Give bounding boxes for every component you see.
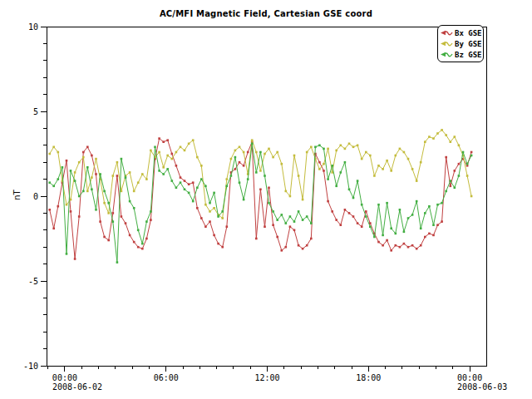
data-point xyxy=(403,151,406,154)
data-point xyxy=(52,146,55,149)
data-point xyxy=(200,217,203,219)
data-point xyxy=(200,165,203,167)
data-point xyxy=(403,231,406,234)
data-point xyxy=(52,185,55,188)
data-point xyxy=(107,212,110,214)
data-point xyxy=(74,180,76,182)
data-point xyxy=(335,185,337,188)
legend-box: Bx GSE By GSE Bz GSE xyxy=(437,25,484,62)
data-point xyxy=(306,244,308,247)
bx-line-sample-icon xyxy=(441,29,453,37)
data-point xyxy=(141,248,144,250)
data-point xyxy=(70,210,72,213)
data-point xyxy=(251,143,254,145)
data-point xyxy=(103,190,106,193)
data-point xyxy=(166,139,169,141)
data-point xyxy=(70,199,72,201)
data-point xyxy=(470,155,473,157)
data-point xyxy=(91,189,93,191)
plot-frame xyxy=(47,27,486,366)
legend-label-by: By GSE xyxy=(455,40,482,48)
data-point xyxy=(230,175,233,177)
series-line xyxy=(50,139,471,259)
data-point xyxy=(192,139,195,141)
data-point xyxy=(82,156,85,159)
data-point xyxy=(204,225,207,228)
data-point xyxy=(331,165,333,167)
data-point xyxy=(327,200,329,203)
data-point xyxy=(230,158,233,160)
data-point xyxy=(399,209,401,211)
data-point xyxy=(171,153,174,155)
data-point xyxy=(133,207,135,209)
data-point xyxy=(239,161,241,164)
data-point xyxy=(318,168,321,170)
data-point xyxy=(116,175,119,177)
data-point xyxy=(357,145,359,147)
legend-label-bx: Bx GSE xyxy=(455,29,482,37)
data-point xyxy=(382,244,384,247)
data-point xyxy=(454,187,456,190)
data-point xyxy=(445,156,447,159)
series-by xyxy=(48,129,472,219)
data-point xyxy=(184,180,186,182)
data-point xyxy=(458,163,461,165)
data-point xyxy=(200,178,203,180)
data-point xyxy=(188,183,190,185)
data-point xyxy=(255,238,258,240)
data-point xyxy=(365,215,367,218)
data-point xyxy=(116,161,119,164)
data-point xyxy=(432,137,435,140)
data-point xyxy=(407,246,410,249)
data-point xyxy=(184,189,186,191)
data-point xyxy=(293,155,296,157)
x-tick-label: 00:00 xyxy=(457,373,482,382)
bz-line-sample-icon xyxy=(441,51,453,58)
data-point xyxy=(180,181,182,184)
data-point xyxy=(137,181,140,184)
data-point xyxy=(298,175,300,177)
data-point xyxy=(382,234,384,237)
data-point xyxy=(445,134,447,136)
data-point xyxy=(175,151,178,154)
data-point xyxy=(369,155,372,157)
data-point xyxy=(335,150,337,152)
data-point xyxy=(255,171,258,174)
data-point xyxy=(390,249,392,252)
data-point xyxy=(331,171,333,174)
data-point xyxy=(99,220,101,223)
data-point xyxy=(352,146,355,149)
data-point xyxy=(285,246,288,249)
data-point xyxy=(373,175,376,177)
data-point xyxy=(318,145,321,147)
data-point xyxy=(399,246,401,249)
data-point xyxy=(352,197,355,200)
data-point xyxy=(82,151,85,154)
data-point xyxy=(411,168,414,170)
data-point xyxy=(158,151,160,154)
data-point xyxy=(298,210,300,213)
data-point xyxy=(95,209,97,211)
data-point xyxy=(112,175,115,177)
data-point xyxy=(306,215,308,218)
data-point xyxy=(344,148,347,150)
data-point xyxy=(411,244,414,247)
data-point xyxy=(171,180,174,182)
data-point xyxy=(432,234,435,237)
data-point xyxy=(285,222,288,224)
data-point xyxy=(407,217,410,219)
data-point xyxy=(450,140,452,143)
data-point xyxy=(318,161,321,164)
data-point xyxy=(184,150,186,152)
data-point xyxy=(213,192,215,195)
data-point xyxy=(137,229,140,232)
x-tick-label: 06:00 xyxy=(154,373,179,382)
data-point xyxy=(175,165,178,167)
data-point xyxy=(335,219,337,221)
data-point xyxy=(48,153,51,155)
data-point xyxy=(180,146,182,149)
data-point xyxy=(209,220,211,223)
data-point xyxy=(424,236,426,239)
data-point xyxy=(445,190,447,193)
data-point xyxy=(166,168,169,170)
